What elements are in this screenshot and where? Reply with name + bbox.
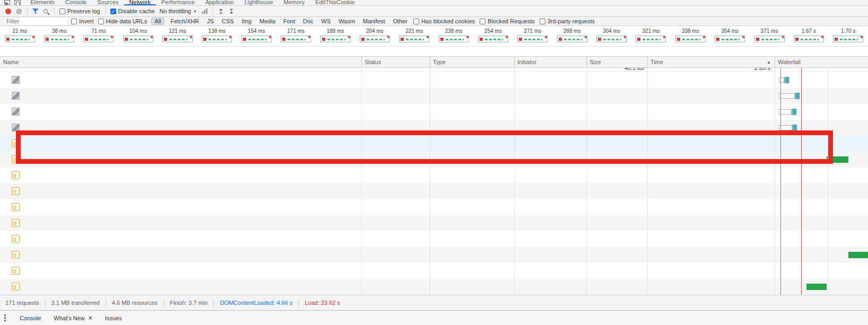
disable-cache-box[interactable]: ✓ [110,8,116,14]
hide-data-urls-checkbox[interactable]: Hide data URLs [98,18,147,24]
filmstrip-thumbnail[interactable] [715,36,745,42]
filmstrip-frame[interactable]: 271 ms [513,26,552,46]
filmstrip-thumbnail[interactable] [596,36,627,42]
preserve-log-checkbox[interactable]: Preserve log [59,8,100,14]
filter-pill-manifest[interactable]: Manifest [361,17,387,25]
table-row-partial[interactable]: 40.1 kB2.85 s [0,68,868,72]
filmstrip-thumbnail[interactable] [281,36,311,42]
table-row[interactable]: 9aab7b0f916110f1236cfe498da553e1.jpg/upl… [0,104,868,120]
column-header-size[interactable]: Size [586,57,647,68]
drawer-tab-issues[interactable]: Issues [99,311,128,325]
column-divider[interactable] [514,57,515,68]
tab-elements[interactable]: Elements [25,0,60,5]
table-row[interactable]: poll?cb=jsonp_bridge_1639010305590_71605… [0,215,868,231]
checkbox--rd-party-requests[interactable]: 3rd-party requests [540,18,595,24]
waterfall-download-bar[interactable] [784,77,789,83]
filmstrip-frame[interactable]: 371 ms [750,26,789,46]
filter-pill-all[interactable]: All [151,17,164,25]
column-divider[interactable] [647,57,648,68]
close-icon[interactable]: × [89,311,92,325]
tab-memory[interactable]: Memory [279,0,310,5]
filmstrip-thumbnail[interactable] [636,36,666,42]
filmstrip-frame[interactable]: 221 ms [395,26,434,46]
table-row[interactable]: poll?cb=jsonp_bridge_1639010345783_13345… [0,231,868,247]
filter-pill-ws[interactable]: WS [320,17,333,25]
filter-input[interactable] [4,18,67,25]
filmstrip-thumbnail[interactable] [675,36,706,42]
filmstrip-frame[interactable]: 21 ms [0,26,39,46]
table-row[interactable]: poll?cb=jsonp_bridge_1639010185009_66918… [0,279,868,295]
table-row[interactable]: poll?cb=jsonp_bridge_1639010265393_78460… [0,263,868,279]
filmstrip-frame[interactable]: 188 ms [316,26,355,46]
filmstrip-frame[interactable]: 104 ms [118,26,158,46]
waterfall-waiting-bar[interactable] [779,93,795,99]
search-icon[interactable] [44,9,48,13]
table-row[interactable]: poll?cb=jsonp_bridge_1639010245301_82525… [0,168,868,183]
table-row[interactable]: poll?cb=jsonp_bridge_1639010325690_55186… [0,199,868,215]
filmstrip-frame[interactable]: 71 ms [79,26,118,46]
filmstrip-frame[interactable]: 321 ms [631,26,671,46]
filter-pill-font[interactable]: Font [282,17,297,25]
waterfall-green-bar[interactable] [806,284,827,290]
filmstrip-thumbnail[interactable] [399,36,429,42]
column-header-status[interactable]: Status [361,57,430,68]
network-conditions-icon[interactable] [202,8,208,14]
filmstrip-frame[interactable]: 304 ms [592,26,631,46]
filmstrip-thumbnail[interactable] [833,36,863,42]
filmstrip-thumbnail[interactable] [162,36,193,42]
filmstrip-frame[interactable]: 288 ms [552,26,592,46]
tab-application[interactable]: Application [200,0,239,5]
preserve-log-box[interactable] [59,8,65,14]
filter-pill-js[interactable]: JS [205,17,215,25]
waterfall-waiting-bar[interactable] [779,77,784,83]
table-row[interactable]: 717df97dab845d925c70f4788af2fc23.jpg200j… [0,120,868,136]
hide-data-urls-box[interactable] [98,19,104,24]
throttling-dropdown[interactable]: No throttling ▼ [160,8,197,14]
filmstrip-frame[interactable]: 38 ms [39,26,79,46]
table-row[interactable]: df73b218596d7f30b8f9c31fbcec6feb.jpg/upl… [0,72,868,88]
inspect-element-icon[interactable] [4,0,10,5]
tab-lighthouse[interactable]: Lighthouse [239,0,279,5]
drawer-menu-icon[interactable] [4,314,6,321]
column-header-time[interactable]: Time [647,57,775,68]
filmstrip-thumbnail[interactable] [794,36,824,42]
tab-performance[interactable]: Performance [156,0,200,5]
filter-icon[interactable] [32,8,39,14]
filter-pill-css[interactable]: CSS [220,17,236,25]
column-header-type[interactable]: Type [430,57,514,68]
filmstrip-frame[interactable]: 1.70 s [829,26,868,46]
tab-editthiscookie[interactable]: EditThisCookie [310,0,360,5]
drawer-tab-console[interactable]: Console [13,311,47,325]
column-divider[interactable] [586,57,587,68]
filmstrip-thumbnail[interactable] [478,36,508,42]
filmstrip-thumbnail[interactable] [557,36,587,42]
column-divider[interactable] [361,57,362,68]
record-icon[interactable] [5,8,11,14]
tab-console[interactable]: Console [60,0,92,5]
filmstrip-thumbnail[interactable] [360,36,390,42]
filmstrip-frame[interactable]: 238 ms [434,26,473,46]
filter-pill-other[interactable]: Other [392,17,410,25]
filmstrip-thumbnail[interactable] [754,36,785,42]
import-har-icon[interactable]: ↥ [218,8,224,15]
filmstrip-thumbnail[interactable] [439,36,469,42]
tab-network[interactable]: Network [124,0,156,5]
filmstrip-thumbnail[interactable] [517,36,548,42]
filmstrip-frame[interactable]: 121 ms [158,26,197,46]
clear-icon[interactable]: ⊘ [16,7,22,15]
filmstrip-frame[interactable]: 254 ms [473,26,513,46]
device-toolbar-icon[interactable] [14,0,21,5]
filmstrip-frame[interactable]: 1.67 s [789,26,828,46]
filter-pill-fetchxhr[interactable]: Fetch/XHR [169,17,201,25]
filmstrip-frame[interactable]: 338 ms [671,26,710,46]
disable-cache-checkbox[interactable]: ✓ Disable cache [110,8,155,14]
filmstrip-frame[interactable]: 138 ms [197,26,237,46]
column-divider[interactable] [430,57,430,68]
tab-sources[interactable]: Sources [92,0,124,5]
filmstrip-frame[interactable]: 204 ms [355,26,394,46]
filmstrip-thumbnail[interactable] [83,36,114,42]
table-row[interactable]: poll?cb=jsonp_bridge_1639010305111_70703… [0,152,868,168]
column-header-waterfall[interactable]: Waterfall [775,57,868,68]
export-har-icon[interactable]: ↧ [229,8,235,15]
column-header-initiator[interactable]: Initiator [514,57,586,68]
